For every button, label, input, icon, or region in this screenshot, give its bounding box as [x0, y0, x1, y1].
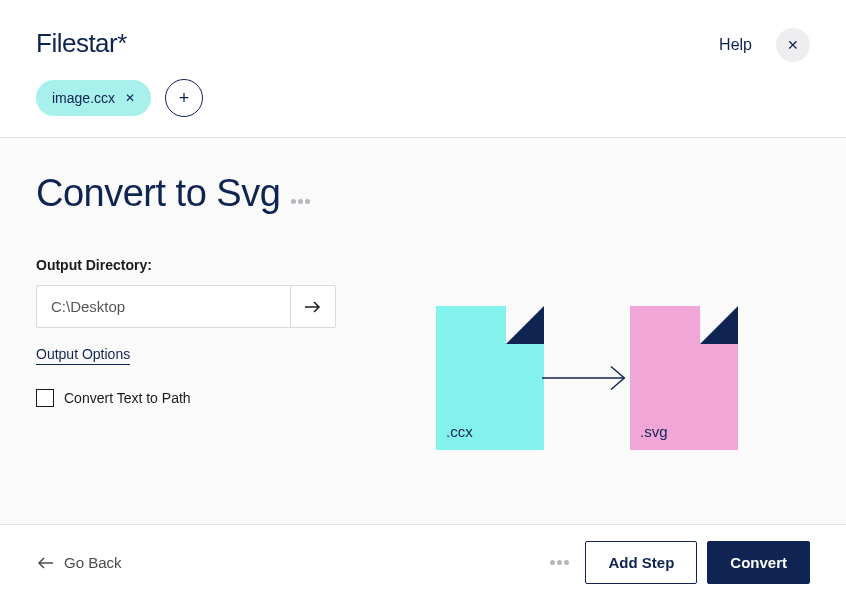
checkbox-row: Convert Text to Path: [36, 389, 376, 407]
close-icon: ✕: [787, 37, 799, 53]
source-file-icon: .ccx: [436, 306, 544, 450]
arrow-right-icon: [304, 300, 322, 314]
title-row: Convert to Svg: [36, 172, 376, 215]
checkbox-label: Convert Text to Path: [64, 390, 191, 406]
footer-right: Add Step Convert: [550, 541, 810, 584]
output-options-link[interactable]: Output Options: [36, 346, 130, 365]
header-left: Filestar* image.ccx ✕ +: [36, 28, 203, 117]
file-chip-label: image.ccx: [52, 90, 115, 106]
go-back-button[interactable]: Go Back: [36, 554, 122, 571]
help-link[interactable]: Help: [719, 36, 752, 54]
arrow-left-icon: [36, 556, 54, 570]
add-step-button[interactable]: Add Step: [585, 541, 697, 584]
browse-button[interactable]: [290, 285, 336, 328]
close-icon[interactable]: ✕: [125, 91, 135, 105]
output-dir-label: Output Directory:: [36, 257, 376, 273]
arrow-icon: [542, 364, 632, 392]
main-left: Convert to Svg Output Directory: Output …: [36, 172, 376, 490]
output-dir-row: [36, 285, 336, 328]
target-file-icon: .svg: [630, 306, 738, 450]
go-back-label: Go Back: [64, 554, 122, 571]
source-ext: .ccx: [446, 423, 473, 440]
add-file-button[interactable]: +: [165, 79, 203, 117]
more-icon[interactable]: [550, 560, 569, 565]
page-fold-icon: [700, 306, 738, 344]
conversion-diagram: .ccx .svg: [436, 172, 810, 490]
output-dir-input[interactable]: [36, 285, 290, 328]
footer: Go Back Add Step Convert: [0, 524, 846, 600]
convert-button[interactable]: Convert: [707, 541, 810, 584]
page-fold-icon: [506, 306, 544, 344]
target-ext: .svg: [640, 423, 668, 440]
convert-text-checkbox[interactable]: [36, 389, 54, 407]
logo: Filestar*: [36, 28, 203, 59]
close-app-button[interactable]: ✕: [776, 28, 810, 62]
page-title: Convert to Svg: [36, 172, 280, 214]
main: Convert to Svg Output Directory: Output …: [0, 138, 846, 524]
header: Filestar* image.ccx ✕ + Help ✕: [0, 0, 846, 138]
more-icon[interactable]: [291, 199, 310, 204]
file-row: image.ccx ✕ +: [36, 79, 203, 117]
file-chip[interactable]: image.ccx ✕: [36, 80, 151, 116]
plus-icon: +: [179, 88, 190, 109]
header-right: Help ✕: [719, 28, 810, 62]
